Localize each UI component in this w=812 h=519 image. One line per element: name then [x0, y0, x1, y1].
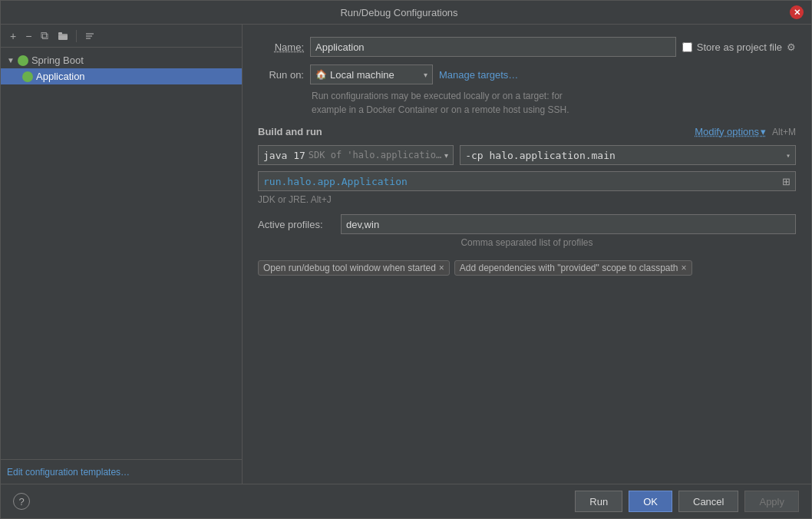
tag-label-0: Open run/debug tool window when started	[263, 263, 436, 273]
section-header: Build and run Modify options ▾ Alt+M	[258, 126, 796, 137]
tree-parent-spring-boot[interactable]: ▼ Spring Boot	[1, 52, 242, 68]
run-on-select[interactable]: 🏠 Local machine ▾	[310, 64, 433, 84]
sdk-select[interactable]: java 17 SDK of 'halo.applicatio… ▾	[258, 145, 454, 165]
close-button[interactable]: ✕	[790, 5, 804, 19]
tag-close-1[interactable]: ×	[682, 263, 687, 273]
active-profiles-input[interactable]	[341, 214, 796, 234]
jdk-hint: JDK or JRE. Alt+J	[258, 194, 796, 205]
apply-button[interactable]: Apply	[744, 491, 799, 512]
help-text-line1: Run configurations may be executed local…	[312, 89, 796, 103]
tree-parent-label: Spring Boot	[31, 55, 84, 66]
sort-config-button[interactable]	[81, 29, 98, 43]
modify-options-arrow: ▾	[761, 126, 766, 137]
sidebar-toolbar: + − ⧉	[1, 25, 242, 48]
shortcut-hint: Alt+M	[772, 127, 796, 137]
home-icon: 🏠	[315, 69, 327, 80]
title-bar: Run/Debug Configurations ✕	[1, 1, 811, 25]
ok-button[interactable]: OK	[629, 491, 672, 512]
cp-select[interactable]: -cp halo.application.main ▾	[460, 145, 796, 165]
action-buttons: Run OK Cancel Apply	[575, 491, 799, 512]
svg-rect-1	[58, 32, 62, 35]
active-profiles-label: Active profiles:	[258, 219, 335, 230]
folder-config-button[interactable]	[54, 29, 71, 43]
help-text-line2: example in a Docker Container or on a re…	[312, 103, 796, 117]
tree-child-label: Application	[36, 71, 85, 82]
store-project-label: Store as project file	[697, 41, 782, 53]
run-on-help-text: Run configurations may be executed local…	[312, 89, 796, 117]
sidebar: + − ⧉	[1, 25, 243, 484]
add-config-button[interactable]: +	[7, 28, 19, 44]
bottom-bar: ? Run OK Cancel Apply	[1, 484, 811, 518]
remove-config-button[interactable]: −	[22, 28, 35, 44]
name-input[interactable]	[310, 37, 676, 57]
profiles-hint: Comma separated list of profiles	[258, 237, 796, 248]
main-class-input[interactable]	[258, 171, 777, 191]
sdk-row: java 17 SDK of 'halo.applicatio… ▾ -cp h…	[258, 145, 796, 165]
tree-group-spring-boot: ▼ Spring Boot Application	[1, 51, 242, 86]
cancel-button[interactable]: Cancel	[678, 491, 738, 512]
right-panel: Name: Store as project file ⚙ Run on: 🏠 …	[243, 25, 811, 484]
sdk-gray-label: SDK of 'halo.applicatio…	[309, 150, 441, 160]
name-label: Name:	[258, 41, 304, 53]
modify-options-label: Modify options	[695, 126, 759, 137]
run-debug-dialog: Run/Debug Configurations ✕ + − ⧉	[0, 0, 812, 519]
run-button[interactable]: Run	[575, 491, 622, 512]
cp-label: -cp halo.application.main	[465, 150, 616, 161]
active-profiles-row: Active profiles:	[258, 214, 796, 234]
tag-label-1: Add dependencies with "provided" scope t…	[460, 263, 678, 273]
tree-area: ▼ Spring Boot Application	[1, 48, 242, 459]
tags-row: Open run/debug tool window when started …	[258, 260, 796, 276]
modify-options-button[interactable]: Modify options ▾	[695, 126, 766, 137]
tag-item-1: Add dependencies with "provided" scope t…	[454, 260, 692, 276]
run-on-row: Run on: 🏠 Local machine ▾ Manage targets…	[258, 64, 796, 84]
tree-arrow-icon: ▼	[7, 56, 15, 64]
store-project-gear-icon[interactable]: ⚙	[787, 41, 796, 53]
cp-dropdown-arrow: ▾	[786, 151, 791, 160]
dialog-title: Run/Debug Configurations	[8, 7, 790, 18]
tree-child-application[interactable]: Application	[1, 68, 242, 84]
help-button[interactable]: ?	[13, 493, 30, 510]
store-project-checkbox[interactable]	[682, 42, 692, 52]
sdk-dropdown-arrow: ▾	[444, 151, 448, 160]
sdk-java-label: java 17	[263, 150, 305, 161]
store-project-area: Store as project file ⚙	[682, 41, 796, 53]
tag-close-0[interactable]: ×	[439, 263, 444, 273]
main-class-expand-button[interactable]: ⊞	[777, 171, 796, 191]
tag-item-0: Open run/debug tool window when started …	[258, 260, 450, 276]
toolbar-separator	[76, 30, 77, 42]
main-content: + − ⧉	[1, 25, 811, 484]
manage-targets-link[interactable]: Manage targets…	[439, 69, 518, 81]
run-on-label: Run on:	[258, 69, 304, 81]
run-on-dropdown-arrow: ▾	[424, 71, 427, 79]
spring-boot-icon	[18, 55, 28, 66]
edit-templates-link[interactable]: Edit configuration templates…	[7, 467, 130, 478]
app-run-icon	[22, 71, 33, 82]
main-class-row: ⊞	[258, 171, 796, 191]
copy-config-button[interactable]: ⧉	[38, 28, 51, 44]
sidebar-footer: Edit configuration templates…	[1, 459, 242, 484]
section-title: Build and run	[258, 126, 322, 137]
run-on-value: Local machine	[330, 69, 394, 81]
